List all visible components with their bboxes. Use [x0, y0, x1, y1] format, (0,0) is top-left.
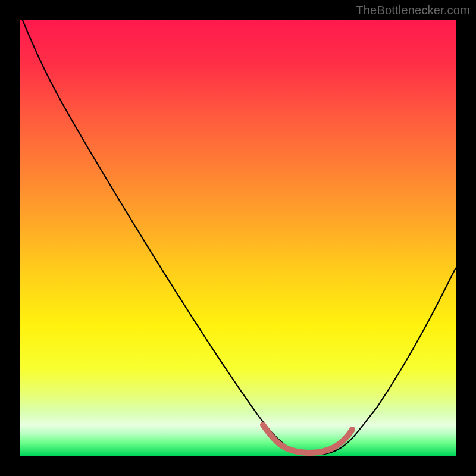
chart-frame: TheBottlenecker.com [0, 0, 476, 476]
plot-area [20, 20, 456, 456]
plot-svg [20, 20, 456, 456]
watermark-text: TheBottlenecker.com [356, 4, 470, 17]
curve-line [20, 20, 456, 455]
